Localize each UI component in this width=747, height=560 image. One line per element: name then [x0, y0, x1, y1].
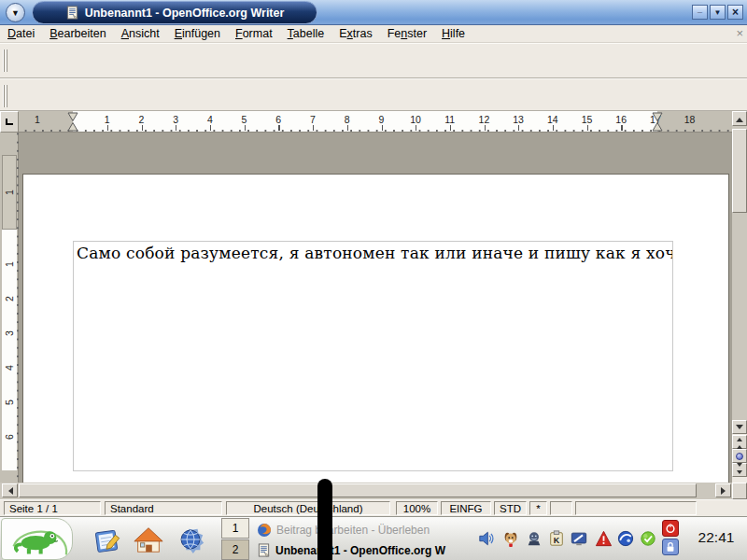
text-boundaries-frame[interactable]: Само собой разумеется, я автономен так и…	[73, 241, 673, 471]
screen-icon	[571, 530, 587, 547]
previous-page-button[interactable]	[732, 435, 747, 449]
menu-item[interactable]: Fenster	[380, 25, 434, 42]
firefox-icon	[257, 523, 272, 538]
ruler-number: 8	[345, 114, 350, 125]
status-empty-cell	[575, 501, 697, 515]
network-tray-icon[interactable]	[616, 529, 635, 548]
status-page-style[interactable]: Standard	[105, 501, 222, 515]
maximize-button[interactable]: ▼	[710, 5, 726, 20]
notepad-icon	[91, 524, 122, 555]
title-bar: ▼ Unbenannt1 - OpenOffice.org Writer _ ▼…	[0, 0, 747, 25]
notes-launcher[interactable]	[90, 523, 123, 556]
dog-icon	[502, 530, 519, 547]
menu-item[interactable]: Format	[228, 25, 280, 42]
ruler-number: 1	[105, 114, 110, 125]
writer-task-icon	[257, 543, 271, 557]
ruler-number: 18	[684, 114, 696, 125]
next-page-button[interactable]	[732, 463, 747, 477]
desktop-pager: 1 2	[221, 518, 249, 560]
menu-item[interactable]: Hilfe	[434, 25, 472, 42]
scroll-right-button[interactable]	[715, 483, 731, 497]
menu-item[interactable]: Tabelle	[280, 25, 332, 42]
toolbar-grip[interactable]	[3, 49, 7, 72]
status-language[interactable]: Deutsch (Deutschland)	[226, 501, 390, 515]
kpowersave-tray-icon[interactable]	[570, 529, 588, 548]
toolbar-grip[interactable]	[3, 85, 7, 107]
susewatcher-tray-icon[interactable]	[594, 529, 613, 548]
scroll-up-button[interactable]	[732, 111, 747, 126]
status-selection-mode[interactable]: STD	[494, 501, 527, 515]
task-button-browser[interactable]: Beitrag bearbeiten - Überleben	[254, 520, 472, 539]
ruler-number: 16	[615, 114, 627, 125]
ruler-number: 9	[378, 114, 384, 125]
page[interactable]: Само собой разумеется, я автономен так и…	[22, 174, 729, 483]
update-tray-icon[interactable]	[639, 529, 657, 548]
ruler-number: 2	[138, 114, 144, 125]
kgpg-tray-icon[interactable]	[525, 529, 543, 548]
task-button-writer[interactable]: Unbenannt1 - OpenOffice.org W	[254, 540, 472, 560]
minimize-button[interactable]: _	[692, 5, 708, 20]
task-label: Beitrag bearbeiten - Überleben	[276, 524, 430, 537]
ruler-number: 12	[479, 114, 490, 125]
standard-toolbar: ABC ABC	[0, 43, 747, 78]
ruler-number: 5	[4, 399, 15, 405]
menu-item[interactable]: Datei	[0, 25, 42, 42]
vertical-scrollbar-thumb[interactable]	[732, 129, 747, 213]
left-tab-icon	[6, 119, 13, 125]
status-insert-mode[interactable]: EINFG	[441, 501, 491, 515]
ruler-dots	[0, 133, 19, 483]
right-indent-marker[interactable]	[652, 112, 663, 132]
klipper-tray-icon[interactable]: K	[547, 529, 566, 548]
window-menu-button[interactable]: ▼	[6, 3, 25, 22]
status-bar: Seite 1 / 1 Standard Deutsch (Deutschlan…	[0, 499, 747, 516]
task-label: Unbenannt1 - OpenOffice.org W	[275, 544, 445, 557]
menu-item[interactable]: Bearbeiten	[42, 25, 113, 42]
menu-bar: DateiBearbeitenAnsichtEinfügenFormatTabe…	[0, 25, 747, 43]
beagle-tray-icon[interactable]	[501, 529, 520, 548]
menu-item[interactable]: Extras	[331, 25, 379, 42]
close-icon: ×	[732, 6, 739, 19]
clipboard-k-icon: K	[548, 530, 565, 547]
desktop-1-button[interactable]: 1	[221, 518, 249, 539]
vertical-scrollbar-track[interactable]	[732, 126, 747, 420]
logout-button[interactable]	[662, 520, 679, 537]
navigation-button[interactable]	[732, 449, 747, 463]
ruler-number: 7	[310, 114, 316, 125]
home-launcher[interactable]	[132, 523, 165, 556]
home-icon	[133, 524, 164, 555]
tab-type-selector[interactable]	[0, 111, 19, 133]
ruler-number: 3	[4, 330, 15, 336]
desktop-2-button[interactable]: 2	[221, 539, 249, 560]
menu-item[interactable]: Einfügen	[167, 25, 228, 42]
ruler-margin-number: 1	[4, 189, 15, 195]
status-zoom[interactable]: 100%	[396, 501, 438, 515]
ruler-number: 6	[275, 114, 281, 125]
suse-gecko-icon	[5, 521, 70, 558]
status-page[interactable]: Seite 1 / 1	[4, 501, 101, 515]
vertical-ruler[interactable]: 1 123456	[0, 133, 19, 483]
lock-button[interactable]	[662, 539, 679, 555]
warning-triangle-icon	[595, 530, 613, 547]
status-modified-flag[interactable]: *	[529, 501, 547, 515]
scroll-left-button[interactable]	[2, 483, 18, 497]
document-paragraph[interactable]: Само собой разумеется, я автономен так и…	[74, 242, 672, 262]
ruler-number: 13	[513, 114, 524, 125]
scroll-down-button[interactable]	[732, 420, 747, 434]
panel-clock[interactable]: 22:41	[689, 529, 743, 546]
horizontal-ruler[interactable]: 1 123456789101112131415161718	[19, 111, 732, 133]
document-close-icon[interactable]: ×	[736, 27, 743, 39]
svg-text:K: K	[554, 536, 560, 545]
close-button[interactable]: ×	[727, 5, 743, 20]
menu-item[interactable]: Ansicht	[114, 25, 167, 42]
left-indent-marker[interactable]	[67, 112, 78, 132]
minimize-icon: _	[698, 5, 702, 14]
volume-tray-icon[interactable]	[477, 529, 496, 548]
horizontal-scrollbar-thumb[interactable]	[19, 483, 697, 497]
ruler-number: 1	[4, 261, 15, 267]
kde-panel: 1 2 Beitrag bearbeiten - Überleben Unben…	[0, 516, 747, 560]
start-menu-button[interactable]	[1, 518, 73, 560]
writer-app-icon	[65, 6, 79, 20]
browser-launcher[interactable]	[174, 523, 207, 556]
ruler-number: 15	[582, 114, 593, 125]
horizontal-scrollbar-track[interactable]	[0, 483, 732, 499]
